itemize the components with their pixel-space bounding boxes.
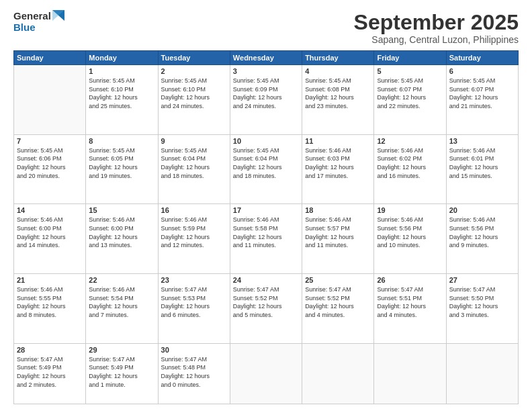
table-row	[230, 343, 302, 404]
table-row: 13Sunrise: 5:46 AMSunset: 6:01 PMDayligh…	[446, 134, 518, 204]
col-wednesday: Wednesday	[230, 51, 302, 65]
table-row	[446, 343, 518, 404]
table-row: 26Sunrise: 5:47 AMSunset: 5:51 PMDayligh…	[374, 274, 446, 344]
table-row: 29Sunrise: 5:47 AMSunset: 5:49 PMDayligh…	[86, 343, 158, 404]
table-row: 1Sunrise: 5:45 AMSunset: 6:10 PMDaylight…	[86, 65, 158, 135]
table-row: 15Sunrise: 5:46 AMSunset: 6:00 PMDayligh…	[86, 204, 158, 274]
table-row: 11Sunrise: 5:46 AMSunset: 6:03 PMDayligh…	[302, 134, 374, 204]
col-monday: Monday	[86, 51, 158, 65]
location: Sapang, Central Luzon, Philippines	[354, 34, 519, 45]
table-row	[14, 65, 86, 135]
page-header: General Blue September 2025 Sapang, Cent…	[13, 11, 519, 45]
col-sunday: Sunday	[14, 51, 86, 65]
table-row: 27Sunrise: 5:47 AMSunset: 5:50 PMDayligh…	[446, 274, 518, 344]
table-row: 16Sunrise: 5:46 AMSunset: 5:59 PMDayligh…	[158, 204, 230, 274]
table-row: 3Sunrise: 5:45 AMSunset: 6:09 PMDaylight…	[230, 65, 302, 135]
table-row: 17Sunrise: 5:46 AMSunset: 5:58 PMDayligh…	[230, 204, 302, 274]
table-row	[374, 343, 446, 404]
col-friday: Friday	[374, 51, 446, 65]
table-row: 21Sunrise: 5:46 AMSunset: 5:55 PMDayligh…	[14, 274, 86, 344]
table-row: 14Sunrise: 5:46 AMSunset: 6:00 PMDayligh…	[14, 204, 86, 274]
table-row: 6Sunrise: 5:45 AMSunset: 6:07 PMDaylight…	[446, 65, 518, 135]
table-row: 12Sunrise: 5:46 AMSunset: 6:02 PMDayligh…	[374, 134, 446, 204]
calendar-table: Sunday Monday Tuesday Wednesday Thursday…	[13, 50, 519, 404]
calendar-header-row: Sunday Monday Tuesday Wednesday Thursday…	[14, 51, 519, 65]
table-row: 20Sunrise: 5:46 AMSunset: 5:56 PMDayligh…	[446, 204, 518, 274]
table-row: 2Sunrise: 5:45 AMSunset: 6:10 PMDaylight…	[158, 65, 230, 135]
table-row: 25Sunrise: 5:47 AMSunset: 5:52 PMDayligh…	[302, 274, 374, 344]
table-row: 4Sunrise: 5:45 AMSunset: 6:08 PMDaylight…	[302, 65, 374, 135]
table-row: 24Sunrise: 5:47 AMSunset: 5:52 PMDayligh…	[230, 274, 302, 344]
logo: General Blue	[13, 11, 64, 33]
table-row: 28Sunrise: 5:47 AMSunset: 5:49 PMDayligh…	[14, 343, 86, 404]
col-thursday: Thursday	[302, 51, 374, 65]
table-row: 30Sunrise: 5:47 AMSunset: 5:48 PMDayligh…	[158, 343, 230, 404]
table-row: 18Sunrise: 5:46 AMSunset: 5:57 PMDayligh…	[302, 204, 374, 274]
table-row: 10Sunrise: 5:45 AMSunset: 6:04 PMDayligh…	[230, 134, 302, 204]
table-row: 8Sunrise: 5:45 AMSunset: 6:05 PMDaylight…	[86, 134, 158, 204]
col-tuesday: Tuesday	[158, 51, 230, 65]
month-title: September 2025	[354, 11, 519, 34]
col-saturday: Saturday	[446, 51, 518, 65]
table-row: 22Sunrise: 5:46 AMSunset: 5:54 PMDayligh…	[86, 274, 158, 344]
title-block: September 2025 Sapang, Central Luzon, Ph…	[354, 11, 519, 45]
table-row: 23Sunrise: 5:47 AMSunset: 5:53 PMDayligh…	[158, 274, 230, 344]
table-row: 5Sunrise: 5:45 AMSunset: 6:07 PMDaylight…	[374, 65, 446, 135]
table-row: 7Sunrise: 5:45 AMSunset: 6:06 PMDaylight…	[14, 134, 86, 204]
table-row	[302, 343, 374, 404]
table-row: 9Sunrise: 5:45 AMSunset: 6:04 PMDaylight…	[158, 134, 230, 204]
table-row: 19Sunrise: 5:46 AMSunset: 5:56 PMDayligh…	[374, 204, 446, 274]
